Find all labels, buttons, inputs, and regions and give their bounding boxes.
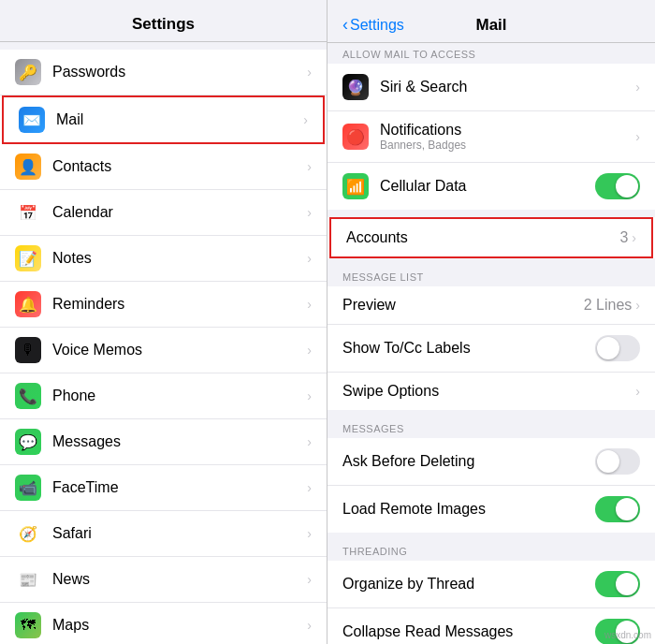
toggle-switch[interactable] [595, 335, 640, 361]
right-item-notifications[interactable]: 🔴 Notifications Banners, Badges › [328, 111, 655, 163]
left-item-label: Calendar [52, 204, 307, 221]
toggle-switch[interactable] [595, 571, 640, 597]
left-item-contacts[interactable]: 👤 Contacts › [0, 144, 327, 190]
toggle-switch[interactable] [595, 448, 640, 475]
accounts-row[interactable]: Accounts 3 › [329, 217, 653, 258]
chevron-right-icon: › [635, 129, 640, 144]
section-threading-header: THREADING [328, 540, 655, 561]
allow-section-group: 🔮 Siri & Search › 🔴 Notifications Banner… [328, 64, 655, 210]
back-label: Settings [350, 17, 404, 34]
right-panel: ‹ Settings Mail ALLOW MAIL TO ACCESS 🔮 S… [328, 0, 655, 644]
left-item-mail[interactable]: ✉️ Mail › [2, 95, 325, 144]
watermark: wsxdn.com [604, 630, 651, 640]
phone-icon: 📞 [15, 383, 41, 409]
chevron-right-icon: › [307, 65, 312, 80]
left-item-label: Contacts [52, 158, 307, 175]
right-item-siri-search[interactable]: 🔮 Siri & Search › [328, 64, 655, 111]
right-item-organize-by-thread[interactable]: Organize by Thread [328, 561, 655, 608]
accounts-value: 3 [619, 229, 628, 246]
left-item-news[interactable]: 📰 News › [0, 557, 327, 603]
left-item-notes[interactable]: 📝 Notes › [0, 236, 327, 282]
left-item-messages[interactable]: 💬 Messages › [0, 419, 327, 465]
item-label: Ask Before Deleting [342, 453, 595, 470]
item-label: Preview [342, 297, 584, 314]
right-item-load-remote-images[interactable]: Load Remote Images [328, 486, 655, 533]
chevron-right-icon: › [635, 80, 640, 95]
left-item-label: Maps [52, 617, 307, 634]
chevron-right-icon: › [635, 384, 640, 399]
left-item-calendar[interactable]: 📅 Calendar › [0, 190, 327, 236]
left-item-reminders[interactable]: 🔔 Reminders › [0, 282, 327, 328]
left-item-label: News [52, 571, 307, 588]
item-label: Siri & Search [380, 79, 635, 95]
right-item-show-tocc[interactable]: Show To/Cc Labels [328, 325, 655, 373]
left-item-phone[interactable]: 📞 Phone › [0, 373, 327, 419]
left-item-facetime[interactable]: 📹 FaceTime › [0, 465, 327, 511]
chevron-right-icon: › [307, 572, 312, 587]
maps-icon: 🗺 [15, 612, 41, 638]
left-item-label: FaceTime [52, 479, 307, 496]
chevron-right-icon: › [307, 618, 312, 633]
item-label: Show To/Cc Labels [342, 340, 595, 357]
back-button[interactable]: ‹ Settings [342, 15, 404, 35]
item-label: Collapse Read Messages [342, 623, 595, 640]
messages-group: Ask Before DeletingLoad Remote Images [328, 438, 655, 533]
chevron-right-icon: › [307, 434, 312, 449]
left-title: Settings [15, 15, 312, 34]
right-item-cellular-data[interactable]: 📶 Cellular Data [328, 163, 655, 210]
left-item-label: Voice Memos [52, 342, 307, 359]
accounts-label: Accounts [346, 229, 619, 246]
section-allow-header: ALLOW MAIL TO ACCESS [328, 43, 655, 64]
toggle-switch[interactable] [595, 173, 640, 199]
left-item-label: Reminders [52, 296, 307, 313]
left-item-passwords[interactable]: 🔑 Passwords › [0, 50, 327, 95]
message-list-group: Preview 2 Lines › Show To/Cc Labels Swip… [328, 286, 655, 410]
chevron-right-icon: › [303, 112, 308, 127]
left-header: Settings [0, 0, 327, 42]
reminders-icon: 🔔 [15, 291, 41, 317]
item-label-block: Siri & Search [380, 79, 635, 95]
left-item-label: Phone [52, 388, 307, 404]
mail-icon: ✉️ [19, 107, 45, 133]
cellular-icon: 📶 [342, 173, 369, 199]
right-item-swipe-options[interactable]: Swipe Options › [328, 373, 655, 410]
left-item-label: Mail [56, 111, 303, 128]
left-item-voice-memos[interactable]: 🎙 Voice Memos › [0, 328, 327, 373]
left-item-maps[interactable]: 🗺 Maps › [0, 603, 327, 644]
facetime-icon: 📹 [15, 475, 41, 501]
left-item-safari[interactable]: 🧭 Safari › [0, 511, 327, 557]
chevron-right-icon: › [635, 298, 640, 313]
item-label-block: Notifications Banners, Badges [380, 122, 635, 152]
item-label: Cellular Data [380, 178, 595, 195]
calendar-icon: 📅 [15, 199, 41, 226]
chevron-right-icon: › [307, 251, 312, 266]
notes-icon: 📝 [15, 245, 41, 271]
contacts-icon: 👤 [15, 154, 41, 180]
chevron-right-icon: › [307, 526, 312, 541]
chevron-right-icon: › [632, 230, 636, 245]
right-item-ask-before-deleting[interactable]: Ask Before Deleting [328, 438, 655, 486]
right-content: ALLOW MAIL TO ACCESS 🔮 Siri & Search › 🔴… [328, 43, 655, 644]
voicememos-icon: 🎙 [15, 337, 41, 363]
left-item-label: Safari [52, 525, 307, 542]
item-sublabel: Banners, Badges [380, 139, 635, 152]
siri-icon: 🔮 [342, 74, 369, 100]
chevron-right-icon: › [307, 388, 312, 403]
left-item-label: Passwords [52, 64, 307, 80]
left-item-label: Notes [52, 250, 307, 267]
right-item-preview[interactable]: Preview 2 Lines › [328, 286, 655, 325]
toggle-switch[interactable] [595, 496, 640, 522]
back-chevron-icon: ‹ [342, 15, 348, 35]
passwords-icon: 🔑 [15, 59, 41, 85]
chevron-right-icon: › [307, 343, 312, 358]
messages-icon: 💬 [15, 429, 41, 455]
item-value: 2 Lines [584, 297, 633, 314]
left-item-label: Messages [52, 433, 307, 450]
chevron-right-icon: › [307, 480, 312, 495]
left-panel: Settings 🔑 Passwords › ✉️ Mail › 👤 Conta… [0, 0, 328, 644]
left-list: 🔑 Passwords › ✉️ Mail › 👤 Contacts › 📅 C… [0, 50, 327, 644]
safari-icon: 🧭 [15, 520, 41, 547]
item-label-block: Cellular Data [380, 178, 595, 195]
item-label: Notifications [380, 122, 635, 139]
news-icon: 📰 [15, 566, 41, 593]
